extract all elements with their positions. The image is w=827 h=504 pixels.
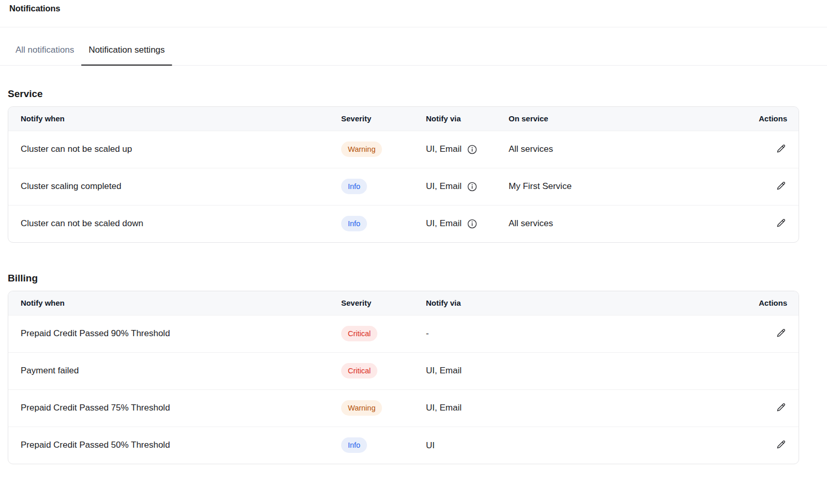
edit-pencil-icon	[776, 406, 786, 414]
section-billing: BillingNotify whenSeverityNotify viaActi…	[8, 273, 799, 464]
notify-via-value: UI, Email	[426, 366, 462, 376]
severity-cell: Info	[329, 168, 414, 205]
edit-pencil-icon	[776, 444, 786, 451]
on-service-cell: All services	[496, 131, 667, 168]
edit-button[interactable]	[775, 438, 787, 451]
severity-cell: Critical	[329, 315, 414, 352]
section-service: ServiceNotify whenSeverityNotify viaOn s…	[8, 88, 799, 243]
column-header-actions: Actions	[667, 107, 799, 131]
column-header-notify-when: Notify when	[8, 291, 329, 315]
notify-when-cell: Prepaid Credit Passed 90% Threshold	[8, 315, 329, 352]
header-row: Notify whenSeverityNotify viaOn serviceA…	[8, 107, 799, 131]
service-table-card: Notify whenSeverityNotify viaOn serviceA…	[8, 106, 799, 243]
table-row: Payment failedCriticalUI, Email	[8, 352, 799, 389]
tab-notification-settings[interactable]: Notification settings	[81, 45, 172, 65]
notify-when-cell: Payment failed	[8, 352, 329, 389]
notify-via-value: UI, Email	[426, 218, 462, 229]
severity-cell: Warning	[329, 389, 414, 427]
actions-cell	[667, 427, 799, 464]
column-header-actions: Actions	[667, 291, 799, 315]
severity-badge-critical: Critical	[341, 326, 377, 341]
severity-badge-info: Info	[341, 216, 367, 231]
edit-pencil-icon	[776, 148, 786, 155]
notify-via-value: -	[426, 328, 429, 339]
info-circle-icon[interactable]	[467, 218, 478, 229]
section-title-service: Service	[8, 88, 799, 100]
edit-pencil-icon	[776, 185, 786, 193]
notify-via-cell: UI	[414, 427, 667, 464]
actions-cell	[667, 205, 799, 242]
edit-button[interactable]	[775, 217, 787, 229]
billing-table-card: Notify whenSeverityNotify viaActionsPrep…	[8, 291, 799, 464]
notify-via-cell: -	[414, 315, 667, 352]
actions-cell	[667, 315, 799, 352]
sections: ServiceNotify whenSeverityNotify viaOn s…	[0, 88, 827, 464]
column-header-notify-when: Notify when	[8, 107, 329, 131]
on-service-cell: All services	[496, 205, 667, 242]
actions-cell	[667, 352, 799, 389]
table-row: Prepaid Credit Passed 75% ThresholdWarni…	[8, 389, 799, 427]
section-title-billing: Billing	[8, 273, 799, 284]
actions-cell	[667, 389, 799, 427]
edit-pencil-icon	[776, 332, 786, 340]
table-row: Cluster can not be scaled upWarningUI, E…	[8, 131, 799, 168]
column-header-notify-via: Notify via	[414, 291, 667, 315]
severity-badge-warning: Warning	[341, 141, 382, 157]
edit-button[interactable]	[775, 143, 787, 155]
severity-badge-info: Info	[341, 179, 367, 194]
info-circle-icon[interactable]	[467, 181, 478, 192]
notify-via-value: UI	[426, 440, 435, 451]
edit-button[interactable]	[775, 327, 787, 339]
notify-via-value: UI, Email	[426, 144, 462, 154]
notify-via-cell: UI, Email	[414, 205, 496, 242]
notify-via-cell: UI, Email	[414, 352, 667, 389]
notify-when-cell: Cluster can not be scaled up	[8, 131, 329, 168]
severity-badge-critical: Critical	[341, 363, 377, 379]
column-header-notify-via: Notify via	[414, 107, 496, 131]
table-row: Cluster can not be scaled downInfoUI, Em…	[8, 205, 799, 242]
service-table: Notify whenSeverityNotify viaOn serviceA…	[8, 107, 799, 242]
billing-table: Notify whenSeverityNotify viaActionsPrep…	[8, 291, 799, 464]
header-row: Notify whenSeverityNotify viaActions	[8, 291, 799, 315]
notify-via-value: UI, Email	[426, 403, 462, 413]
severity-badge-warning: Warning	[341, 400, 382, 416]
notify-via-cell: UI, Email	[414, 168, 496, 205]
edit-button[interactable]	[775, 401, 787, 414]
table-row: Cluster scaling completedInfoUI, EmailMy…	[8, 168, 799, 205]
tabs: All notifications Notification settings	[0, 45, 827, 66]
actions-cell	[667, 168, 799, 205]
notify-via-cell: UI, Email	[414, 389, 667, 427]
notify-when-cell: Prepaid Credit Passed 50% Threshold	[8, 427, 329, 464]
tab-all-notifications[interactable]: All notifications	[8, 45, 81, 65]
severity-cell: Critical	[329, 352, 414, 389]
notify-when-cell: Cluster scaling completed	[8, 168, 329, 205]
severity-cell: Warning	[329, 131, 414, 168]
table-row: Prepaid Credit Passed 50% ThresholdInfoU…	[8, 427, 799, 464]
edit-button[interactable]	[775, 180, 787, 192]
column-header-on-service: On service	[496, 107, 667, 131]
severity-cell: Info	[329, 205, 414, 242]
notify-when-cell: Prepaid Credit Passed 75% Threshold	[8, 389, 329, 427]
notify-when-cell: Cluster can not be scaled down	[8, 205, 329, 242]
edit-pencil-icon	[776, 222, 786, 230]
on-service-cell: My First Service	[496, 168, 667, 205]
severity-badge-info: Info	[341, 437, 367, 453]
page-header: Notifications	[0, 0, 827, 27]
notify-via-cell: UI, Email	[414, 131, 496, 168]
actions-cell	[667, 131, 799, 168]
column-header-severity: Severity	[329, 291, 414, 315]
severity-cell: Info	[329, 427, 414, 464]
notify-via-value: UI, Email	[426, 181, 462, 192]
table-row: Prepaid Credit Passed 90% ThresholdCriti…	[8, 315, 799, 352]
page-title: Notifications	[9, 4, 818, 13]
info-circle-icon[interactable]	[467, 144, 478, 155]
column-header-severity: Severity	[329, 107, 414, 131]
